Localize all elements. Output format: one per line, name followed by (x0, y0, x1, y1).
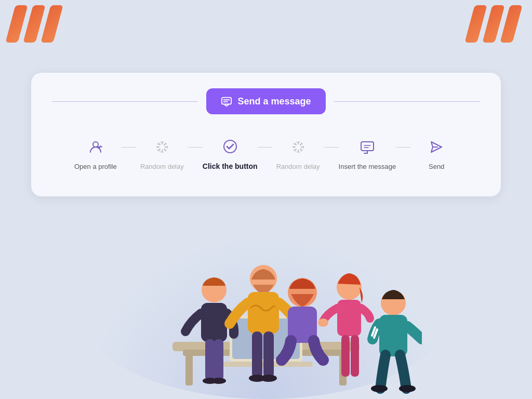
svg-rect-34 (201, 303, 227, 342)
svg-point-11 (224, 140, 236, 153)
svg-line-20 (300, 149, 302, 151)
svg-rect-36 (214, 339, 223, 381)
svg-line-7 (158, 143, 160, 145)
send-message-label: Send a message (237, 96, 311, 107)
decoration-left (10, 5, 62, 47)
step-label-random-delay-1: Random delay (140, 163, 184, 170)
svg-line-19 (295, 149, 296, 151)
step-label-click-button: Click the button (203, 162, 258, 170)
step-label-send: Send (429, 163, 444, 170)
svg-rect-35 (205, 339, 215, 381)
svg-point-38 (211, 378, 226, 384)
svg-rect-40 (248, 292, 279, 334)
step-icon-open-profile (84, 136, 107, 158)
step-label-open-profile: Open a profile (74, 163, 117, 170)
svg-line-18 (300, 143, 302, 145)
step-click-button: Click the button (203, 135, 258, 170)
step-label-random-delay-2: Random delay (276, 163, 320, 170)
step-open-profile: Open a profile (70, 136, 122, 170)
step-icon-insert-message (356, 136, 379, 158)
step-send: Send (410, 136, 462, 170)
svg-rect-41 (252, 331, 262, 378)
send-message-button[interactable]: Send a message (206, 88, 325, 114)
steps-row: Open a profile Random delay (52, 130, 480, 176)
svg-rect-48 (337, 300, 361, 336)
svg-point-57 (399, 385, 416, 392)
svg-line-8 (164, 143, 166, 145)
header-line-right (334, 101, 480, 102)
step-insert-message: Insert the message (339, 136, 396, 170)
svg-point-44 (260, 375, 277, 382)
connector-3 (258, 147, 272, 148)
main-card: Send a message Open a profile (31, 73, 501, 196)
svg-rect-21 (361, 142, 374, 151)
connector-4 (324, 147, 339, 148)
connector-5 (396, 147, 410, 148)
svg-point-56 (371, 385, 388, 392)
svg-line-17 (295, 143, 296, 145)
svg-line-10 (164, 149, 166, 151)
svg-rect-27 (185, 354, 193, 385)
connector-2 (188, 147, 203, 148)
step-random-delay-1: Random delay (136, 136, 188, 170)
step-icon-random-delay-2 (287, 136, 310, 158)
svg-point-1 (93, 142, 98, 147)
step-icon-click-button (219, 135, 242, 158)
step-random-delay-2: Random delay (272, 136, 324, 170)
team-illustration (110, 222, 422, 399)
send-message-header: Send a message (52, 88, 480, 114)
step-label-insert-message: Insert the message (339, 163, 396, 170)
svg-line-9 (158, 149, 160, 151)
svg-rect-0 (222, 98, 231, 104)
decoration-right (470, 5, 522, 47)
connector-1 (122, 147, 136, 148)
header-line-left (52, 101, 198, 102)
svg-rect-50 (341, 335, 350, 377)
step-icon-send (425, 136, 448, 158)
svg-rect-42 (263, 331, 274, 378)
svg-rect-51 (351, 335, 359, 377)
step-icon-random-delay-1 (151, 136, 174, 158)
message-icon (221, 96, 232, 107)
svg-point-49 (318, 318, 328, 327)
